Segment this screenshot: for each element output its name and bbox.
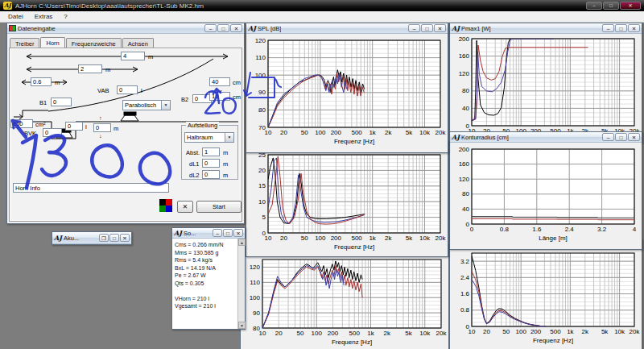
chevron-down-icon[interactable]: ▼	[225, 133, 233, 142]
aku-titlebar[interactable]: AJ Aku... ❐ □ ✕	[52, 232, 131, 244]
close-button[interactable]: ✕	[120, 234, 130, 242]
chevron-down-icon[interactable]: ▼	[161, 101, 170, 110]
menu-datei[interactable]: Datei	[3, 12, 28, 21]
driver-position-field[interactable]	[93, 123, 111, 132]
close-button[interactable]: ✕	[434, 24, 446, 32]
minimize-button[interactable]: –	[204, 24, 217, 32]
color-swatch-blue[interactable]	[166, 206, 172, 212]
svg-text:2k: 2k	[384, 330, 391, 337]
length-total-field[interactable]	[121, 52, 145, 60]
svg-text:20: 20	[275, 330, 283, 337]
throat-area-unit: cm²	[35, 121, 46, 128]
svg-text:120: 120	[255, 37, 266, 44]
mouth-width-field[interactable]	[209, 77, 230, 86]
maximize-button[interactable]: □	[223, 229, 233, 237]
main-maximize-button[interactable]: □	[603, 2, 619, 10]
svg-text:5k: 5k	[406, 129, 413, 136]
maximize-button[interactable]: □	[217, 24, 229, 32]
color-swatch-green[interactable]	[159, 206, 166, 212]
tab-achsen[interactable]: Achsen	[122, 38, 154, 48]
dateneingabe-icon	[9, 25, 16, 31]
contour-select[interactable]: Parabolisch ▼	[122, 100, 171, 110]
color-swatch-red[interactable]	[166, 199, 172, 206]
so-titlebar[interactable]: AJ So... – □ ✕	[172, 228, 245, 239]
svg-text:50: 50	[297, 330, 304, 337]
mouth-width-unit: cm	[233, 79, 241, 86]
minimize-button[interactable]: –	[213, 229, 222, 237]
spl-chart: 7080901001101201020501002005001k2k5k10k2…	[247, 34, 447, 152]
svg-text:10: 10	[259, 330, 266, 337]
svg-text:20k: 20k	[630, 328, 641, 335]
aufstellung-select[interactable]: Halbraum ▼	[184, 132, 234, 143]
ajhorn-main-window: AJ AJHorn C:\Users\Timo\Desktop\aaa\laut…	[0, 0, 644, 349]
menu-extras[interactable]: Extras	[30, 12, 58, 21]
so-window: AJ So... – □ ✕ Cms = 0.266 mm/NMms = 130…	[171, 227, 246, 330]
length-mid-field[interactable]	[78, 64, 102, 73]
chamber-volume-field[interactable]	[65, 122, 83, 131]
tab-horn[interactable]: Horn	[40, 37, 64, 49]
svg-text:10k: 10k	[614, 328, 625, 335]
maximize-button[interactable]: □	[421, 24, 433, 32]
svg-text:40: 40	[462, 105, 469, 112]
pmax-titlebar[interactable]: AJ Pmax1 [W] – □ ✕	[450, 23, 642, 34]
tab-treiber[interactable]: Treiber	[10, 38, 39, 48]
main-minimize-button[interactable]: –	[586, 2, 602, 10]
ajhorn-icon: AJ	[452, 133, 460, 141]
dateneingabe-titlebar[interactable]: Dateneingabe – □ ✕	[7, 23, 244, 34]
svg-text:200: 200	[459, 146, 470, 153]
bvk-field[interactable]	[43, 128, 62, 137]
impedance-window: AJ – □ ✕ 05101520251020501002005001k2k5k…	[246, 140, 448, 257]
horn-info-field[interactable]	[13, 183, 169, 193]
svg-text:100: 100	[315, 235, 326, 242]
menu-help[interactable]: ?	[59, 12, 72, 21]
ajhorn-icon: AJ	[54, 234, 62, 242]
start-button[interactable]: Start	[196, 201, 242, 213]
svg-text:1.6: 1.6	[460, 290, 470, 297]
close-button[interactable]: ✕	[233, 229, 243, 237]
close-button[interactable]: ✕	[230, 24, 242, 32]
b1-field[interactable]	[51, 98, 72, 106]
down-arrow-icon: ↓	[99, 133, 102, 139]
maximize-button[interactable]: □	[615, 133, 627, 141]
scrollbar[interactable]: ▲ ▼	[237, 239, 245, 329]
impedance-chart: 05101520251020501002005001k2k5k10k20kFre…	[247, 152, 447, 256]
maximize-button[interactable]: □	[109, 234, 119, 242]
length-small-field[interactable]	[31, 77, 52, 86]
svg-text:10k: 10k	[419, 129, 431, 136]
svg-text:1k: 1k	[369, 235, 376, 242]
main-close-button[interactable]: ✕	[620, 2, 641, 10]
abst-field[interactable]	[202, 147, 220, 156]
mdi-workspace: Dateneingabe – □ ✕ Treiber Horn Frequenz…	[0, 23, 644, 349]
dl2-field[interactable]	[202, 170, 220, 179]
bvk-label: BVK	[24, 130, 36, 137]
svg-text:15: 15	[258, 182, 266, 189]
svg-text:2.4: 2.4	[460, 274, 470, 281]
minimize-button[interactable]: –	[602, 133, 614, 141]
spl-titlebar[interactable]: AJ SPL [dB] – □ ✕	[246, 23, 448, 34]
pmax-chart: 040801201602001020501002005001k2k5k10k20…	[451, 34, 641, 142]
svg-text:110: 110	[255, 54, 266, 61]
maximize-button[interactable]: □	[615, 24, 627, 32]
menubar: Datei Extras ?	[0, 11, 644, 23]
scroll-up-icon[interactable]: ▲	[238, 239, 246, 246]
close-button[interactable]: ✕	[628, 24, 640, 32]
scroll-down-icon[interactable]: ▼	[238, 322, 246, 329]
minimize-button[interactable]: –	[408, 24, 420, 32]
restore-button[interactable]: ❐	[99, 234, 109, 242]
svg-text:1.6: 1.6	[532, 226, 542, 233]
curve-color-grid[interactable]	[159, 199, 172, 212]
driver-parameters-text: Cms = 0.266 mm/NMms = 130.585 g Rms = 5.…	[175, 241, 237, 310]
svg-text:5k: 5k	[405, 330, 412, 337]
color-swatch-black[interactable]	[159, 199, 166, 206]
minimize-button[interactable]: –	[602, 24, 614, 32]
main-titlebar[interactable]: AJ AJHorn C:\Users\Timo\Desktop\aaa\laut…	[0, 0, 644, 11]
vab-field[interactable]	[117, 85, 138, 94]
dl1-field[interactable]	[202, 159, 220, 168]
tab-frequenzweiche[interactable]: Frequenzweiche	[66, 38, 122, 48]
throat-area-field[interactable]	[10, 119, 33, 128]
svg-text:Frequenz [Hz]: Frequenz [Hz]	[533, 337, 573, 344]
kontur-titlebar[interactable]: AJ Konturradius [cm] – □ ✕	[450, 132, 642, 143]
close-button[interactable]: ✕	[628, 133, 640, 141]
mouth-height-field[interactable]	[209, 92, 230, 101]
clear-button[interactable]: ✕	[177, 201, 193, 213]
